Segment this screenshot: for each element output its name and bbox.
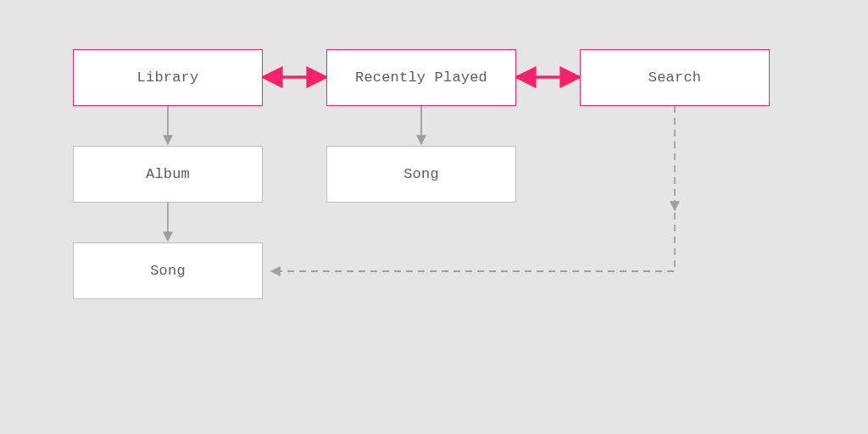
node-album: Album — [73, 146, 263, 203]
node-song-library: Song — [73, 242, 263, 299]
node-label: Library — [137, 70, 199, 86]
node-label: Search — [648, 70, 701, 86]
node-song-recently: Song — [326, 146, 516, 203]
node-search: Search — [580, 49, 770, 106]
node-recently-played: Recently Played — [326, 49, 516, 106]
node-label: Song — [150, 263, 186, 279]
node-label: Recently Played — [355, 70, 487, 86]
node-library: Library — [73, 49, 263, 106]
node-label: Album — [146, 166, 190, 182]
node-label: Song — [403, 166, 439, 182]
diagram-canvas: Library Recently Played Search Album Son… — [0, 0, 868, 434]
